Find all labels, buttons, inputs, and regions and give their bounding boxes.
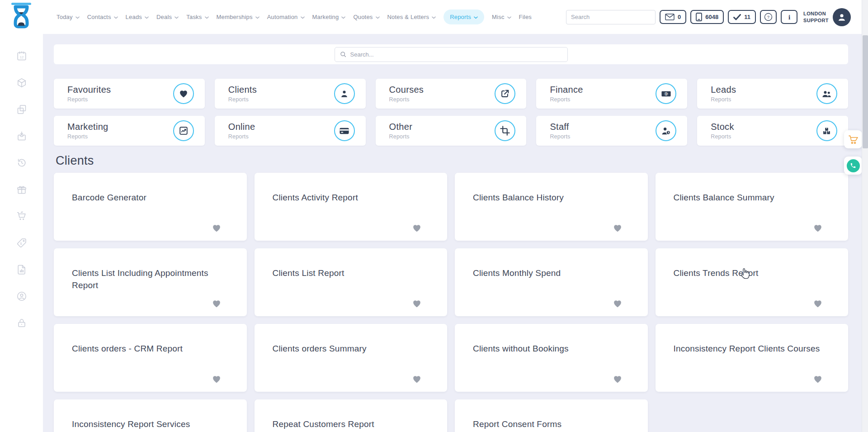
navbar-search-button[interactable]	[655, 10, 656, 24]
nav-item-quotes[interactable]: Quotes	[353, 14, 379, 20]
navbar-search-input[interactable]	[566, 14, 655, 20]
nav-item-reports[interactable]: Reports	[443, 9, 484, 24]
badge-count: 6048	[705, 14, 718, 20]
report-card-inconsistency-report-services[interactable]: Inconsistency Report Services	[54, 399, 247, 432]
favourite-heart-icon[interactable]	[613, 299, 623, 310]
favourite-heart-icon[interactable]	[813, 223, 823, 235]
navbar-envelope-button[interactable]: 0	[660, 10, 686, 24]
sidebar-item-copy[interactable]	[16, 104, 28, 115]
category-card-online[interactable]: OnlineReports	[215, 116, 366, 146]
sidebar-item-report-file[interactable]	[16, 264, 28, 275]
favourite-heart-icon[interactable]	[412, 374, 422, 386]
avatar[interactable]	[833, 8, 851, 26]
nav-item-tasks[interactable]: Tasks	[186, 14, 208, 20]
sidebar-item-calendar[interactable]: 12	[16, 50, 28, 62]
copy-icon	[16, 104, 27, 115]
report-card-clients-trends-report[interactable]: Clients Trends Report	[656, 248, 849, 316]
report-card-barcode-generator[interactable]: Barcode Generator	[54, 173, 247, 241]
category-card-stock[interactable]: StockReports	[697, 116, 848, 146]
favourite-heart-icon[interactable]	[412, 223, 422, 235]
report-title: Clients Balance History	[473, 192, 632, 204]
category-card-finance[interactable]: FinanceReports0	[536, 79, 687, 109]
favourite-heart-icon[interactable]	[412, 299, 422, 310]
report-card-clients-orders-summary[interactable]: Clients orders Summary	[255, 324, 448, 392]
report-card-inconsistency-report-clients-courses[interactable]: Inconsistency Report Clients Courses	[656, 324, 849, 392]
category-card-text: OtherReports	[389, 122, 413, 140]
floating-call-button[interactable]	[844, 157, 862, 175]
sidebar-item-lock[interactable]	[16, 317, 28, 329]
favourite-heart-icon[interactable]	[813, 299, 823, 310]
svg-text:12: 12	[19, 55, 23, 59]
sidebar-item-package[interactable]	[16, 77, 28, 89]
navbar-check-button[interactable]: 11	[728, 10, 756, 24]
report-card-clients-without-bookings[interactable]: Clients without Bookings	[455, 324, 648, 392]
content-search-band	[54, 44, 848, 64]
report-card-clients-balance-history[interactable]: Clients Balance History	[455, 173, 648, 241]
sidebar-item-cart[interactable]	[16, 210, 28, 222]
help-button[interactable]: ?	[760, 10, 777, 24]
category-card-text: StaffReports	[550, 122, 570, 140]
sidebar-item-history[interactable]	[16, 157, 28, 169]
lock-icon	[16, 318, 27, 328]
report-card-clients-balance-summary[interactable]: Clients Balance Summary	[656, 173, 849, 241]
floating-cart-button[interactable]	[844, 130, 862, 148]
mobile-icon	[696, 13, 702, 21]
category-card-favourites[interactable]: FavouritesReports	[54, 79, 205, 109]
report-card-report-consent-forms[interactable]: Report Consent Forms	[455, 399, 648, 432]
nav-item-label: Quotes	[353, 14, 373, 20]
sidebar-item-user-account[interactable]	[16, 290, 28, 302]
nav-item-notes-letters[interactable]: Notes & Letters	[387, 14, 436, 20]
nav-item-memberships[interactable]: Memberships	[217, 14, 259, 20]
content-search-input[interactable]	[350, 51, 562, 58]
category-card-courses[interactable]: CoursesReports	[376, 79, 527, 109]
category-title: Courses	[389, 85, 424, 95]
report-card-clients-list-report[interactable]: Clients List Report	[255, 248, 448, 316]
nav-item-leads[interactable]: Leads	[126, 14, 149, 20]
nav-menu: TodayContactsLeadsDealsTasksMembershipsA…	[57, 9, 532, 24]
category-card-staff[interactable]: StaffReports	[536, 116, 687, 146]
category-subtitle: Reports	[67, 96, 111, 103]
svg-text:$: $	[20, 242, 22, 245]
banknote-icon: 0	[661, 89, 671, 99]
cart-icon	[16, 211, 27, 222]
nav-item-deals[interactable]: Deals	[156, 14, 179, 20]
crop-icon	[500, 126, 510, 136]
report-card-clients-orders-crm-report[interactable]: Clients orders - CRM Report	[54, 324, 247, 392]
category-title: Clients	[228, 85, 257, 95]
report-card-clients-activity-report[interactable]: Clients Activity Report	[255, 173, 448, 241]
nav-item-files[interactable]: Files	[519, 14, 532, 20]
hourglass-logo-icon[interactable]	[8, 2, 34, 31]
nav-item-automation[interactable]: Automation	[267, 14, 305, 20]
magnifier-icon	[340, 51, 346, 57]
report-card-repeat-customers-report[interactable]: Repeat Customers Report	[255, 399, 448, 432]
nav-item-marketing[interactable]: Marketing	[312, 14, 346, 20]
favourite-heart-icon[interactable]	[212, 299, 222, 310]
navbar-mobile-button[interactable]: 6048	[690, 10, 724, 24]
sidebar-item-basket-in[interactable]	[16, 130, 28, 142]
favourite-heart-icon[interactable]	[212, 223, 222, 235]
sidebar-item-gift[interactable]	[16, 184, 28, 195]
nav-item-today[interactable]: Today	[57, 14, 80, 20]
content-search	[335, 47, 568, 62]
sidebar-item-price-tag[interactable]: $	[16, 237, 28, 249]
favourite-heart-icon[interactable]	[613, 223, 623, 235]
favourite-heart-icon[interactable]	[212, 374, 222, 386]
report-card-clients-list-including-appointments-report[interactable]: Clients List Including Appointments Repo…	[54, 248, 247, 316]
credit-card-icon	[339, 126, 349, 136]
favourite-heart-icon[interactable]	[813, 374, 823, 386]
scrollbar-thumb[interactable]	[863, 35, 868, 148]
scrollbar[interactable]	[862, 0, 868, 432]
heart-icon	[179, 89, 189, 99]
caret-down-icon	[175, 16, 179, 19]
category-card-marketing[interactable]: MarketingReports	[54, 116, 205, 146]
category-card-other[interactable]: OtherReports	[376, 116, 527, 146]
info-icon: i	[787, 13, 792, 21]
nav-item-contacts[interactable]: Contacts	[87, 14, 118, 20]
category-card-clients[interactable]: ClientsReports	[215, 79, 366, 109]
category-card-leads[interactable]: LeadsReports	[697, 79, 848, 109]
favourite-heart-icon[interactable]	[613, 374, 623, 386]
report-card-clients-monthly-spend[interactable]: Clients Monthly Spend	[455, 248, 648, 316]
info-button[interactable]: i	[781, 10, 797, 24]
nav-item-label: Deals	[156, 14, 172, 20]
nav-item-misc[interactable]: Misc	[492, 14, 511, 20]
